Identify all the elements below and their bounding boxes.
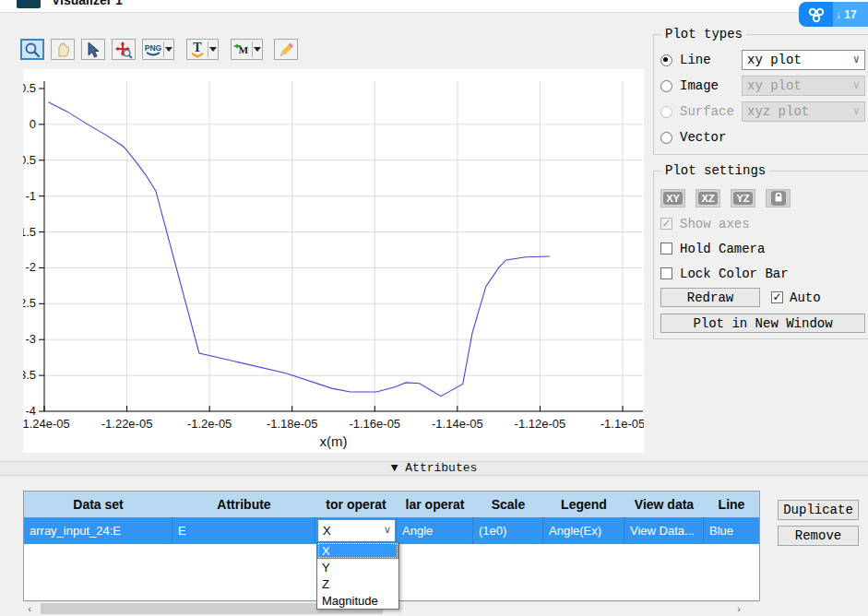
chevron-down-icon bbox=[165, 47, 172, 52]
plot-settings-title: Plot settings bbox=[661, 163, 769, 178]
svg-text:-3.5: -3.5 bbox=[23, 368, 36, 382]
zoom-tool-button[interactable] bbox=[20, 39, 44, 60]
cloud-share-icon[interactable] bbox=[799, 2, 833, 27]
view-xy-button[interactable]: XY bbox=[660, 189, 685, 207]
text-annotation-button[interactable]: T bbox=[186, 39, 219, 60]
dropdown-option-y[interactable]: Y bbox=[317, 559, 398, 575]
dropdown-option-x[interactable]: X bbox=[317, 542, 398, 559]
line-plot-type-value: xy plot bbox=[747, 53, 802, 67]
auto-redraw-checkbox[interactable]: ✓ bbox=[771, 291, 783, 303]
svg-text:-1.12e-05: -1.12e-05 bbox=[515, 417, 566, 431]
chevron-down-icon: ∨ bbox=[853, 53, 860, 66]
select-tool-button[interactable] bbox=[81, 39, 105, 60]
radio-line[interactable] bbox=[660, 54, 672, 66]
vector-operation-select[interactable]: X ∨ bbox=[317, 519, 396, 542]
radio-surface-label: Surface bbox=[680, 104, 734, 119]
hold-camera-checkbox[interactable] bbox=[660, 243, 672, 255]
header-view-data: View data bbox=[624, 497, 704, 512]
chevron-down-icon: ∨ bbox=[853, 78, 860, 92]
svg-text:PNG: PNG bbox=[145, 43, 162, 53]
radio-surface bbox=[660, 106, 672, 118]
export-matlab-button[interactable]: M bbox=[231, 39, 263, 60]
zoom-extents-icon bbox=[113, 40, 134, 59]
chart-canvas[interactable]: -1.24e-05-1.22e-05-1.2e-05-1.18e-05-1.16… bbox=[23, 69, 644, 453]
view-yz-button[interactable]: YZ bbox=[731, 189, 755, 207]
remove-button[interactable]: Remove bbox=[778, 526, 859, 546]
radio-vector[interactable] bbox=[660, 132, 672, 144]
view-xz-button[interactable]: XZ bbox=[696, 189, 720, 207]
dropdown-option-z[interactable]: Z bbox=[317, 575, 398, 592]
svg-text:-1.18e-05: -1.18e-05 bbox=[267, 417, 318, 431]
svg-text:0.5: 0.5 bbox=[23, 81, 36, 95]
table-header-row: Data set Attribute tor operat lar operat… bbox=[24, 492, 759, 517]
chevron-down-icon: ∨ bbox=[853, 104, 860, 118]
visualizer-window: Visualizer 1 ↓ 17 bbox=[0, 0, 868, 616]
cell-view-data[interactable]: View Data... bbox=[624, 517, 704, 544]
app-icon bbox=[17, 0, 41, 8]
line-plot-type-select[interactable]: xy plot ∨ bbox=[742, 50, 865, 70]
zoom-extents-button[interactable] bbox=[112, 39, 136, 60]
svg-text:-1.5: -1.5 bbox=[23, 225, 36, 239]
scroll-right-arrow-icon[interactable]: › bbox=[732, 602, 745, 615]
header-vector-operation: tor operat bbox=[315, 497, 397, 512]
cell-scale[interactable]: (1e0) bbox=[473, 517, 543, 544]
cell-attribute[interactable]: E bbox=[172, 517, 315, 544]
radio-image[interactable] bbox=[660, 80, 672, 92]
draw-annotation-button[interactable] bbox=[274, 39, 298, 60]
radio-image-label[interactable]: Image bbox=[680, 78, 719, 93]
attributes-collapse-bar[interactable]: ▼ Attributes bbox=[0, 461, 868, 476]
xy-plane-icon: XY bbox=[663, 192, 683, 205]
header-data-set: Data set bbox=[24, 497, 172, 512]
download-overlay-badge[interactable]: ↓ 17 bbox=[799, 2, 868, 27]
pencil-icon bbox=[275, 40, 296, 59]
image-plot-type-value: xy plot bbox=[747, 78, 802, 93]
collapse-triangle-icon: ▼ bbox=[391, 461, 398, 475]
chart-panel: -1.24e-05-1.22e-05-1.2e-05-1.18e-05-1.16… bbox=[23, 69, 644, 453]
lock-color-bar-label[interactable]: Lock Color Bar bbox=[680, 267, 789, 281]
svg-text:-0.5: -0.5 bbox=[23, 153, 36, 167]
cell-legend[interactable]: Angle(Ex) bbox=[543, 517, 624, 544]
title-bar: Visualizer 1 bbox=[0, 0, 868, 13]
pan-hand-icon bbox=[52, 40, 73, 59]
hold-camera-label[interactable]: Hold Camera bbox=[680, 242, 765, 256]
cell-line-color[interactable]: Blue bbox=[704, 517, 759, 544]
radio-line-label[interactable]: Line bbox=[680, 53, 711, 67]
scroll-left-arrow-icon[interactable]: ‹ bbox=[23, 602, 36, 615]
dropdown-option-magnitude[interactable]: Magnitude bbox=[317, 592, 398, 609]
png-export-icon: PNG bbox=[143, 40, 163, 59]
lock-view-button[interactable] bbox=[766, 189, 791, 207]
svg-text:-1.2e-05: -1.2e-05 bbox=[187, 417, 232, 431]
auto-redraw-label[interactable]: Auto bbox=[790, 290, 821, 305]
duplicate-button[interactable]: Duplicate bbox=[778, 500, 859, 520]
download-speed-value: ↓ 17 bbox=[836, 8, 857, 21]
check-icon: ✓ bbox=[772, 290, 781, 303]
svg-text:x(m): x(m) bbox=[320, 433, 348, 449]
header-scalar-operation: lar operat bbox=[397, 497, 473, 512]
header-line: Line bbox=[704, 497, 759, 512]
header-scale: Scale bbox=[473, 497, 543, 512]
show-axes-label: Show axes bbox=[680, 217, 750, 231]
radio-vector-label[interactable]: Vector bbox=[680, 130, 726, 145]
export-image-dropdown-arrow[interactable] bbox=[164, 40, 173, 59]
lock-color-bar-checkbox[interactable] bbox=[660, 267, 672, 279]
padlock-icon bbox=[771, 191, 786, 206]
table-row[interactable]: array_input_24:E E Angle (1e0) Angle(Ex)… bbox=[24, 517, 759, 544]
cell-data-set[interactable]: array_input_24:E bbox=[24, 517, 172, 544]
export-image-button[interactable]: PNG bbox=[142, 39, 174, 60]
chevron-down-icon: ∨ bbox=[384, 524, 391, 536]
zoom-icon bbox=[22, 40, 42, 59]
pan-tool-button[interactable] bbox=[51, 39, 75, 60]
svg-text:-2: -2 bbox=[25, 260, 36, 274]
svg-text:-4: -4 bbox=[25, 404, 36, 418]
cursor-arrow-icon bbox=[82, 40, 103, 59]
matlab-export-icon: M bbox=[232, 40, 252, 59]
export-matlab-dropdown-arrow[interactable] bbox=[253, 40, 262, 59]
text-annotation-dropdown-arrow[interactable] bbox=[208, 40, 218, 59]
cell-scalar-operation[interactable]: Angle bbox=[397, 517, 473, 544]
svg-text:-1.22e-05: -1.22e-05 bbox=[101, 417, 153, 431]
redraw-button[interactable]: Redraw bbox=[660, 288, 760, 307]
download-speed-text[interactable]: ↓ 17 bbox=[833, 2, 868, 27]
plot-in-new-window-button[interactable]: Plot in New Window bbox=[660, 314, 865, 333]
svg-text:T: T bbox=[193, 41, 202, 54]
show-axes-checkbox: ✓ bbox=[660, 218, 672, 230]
